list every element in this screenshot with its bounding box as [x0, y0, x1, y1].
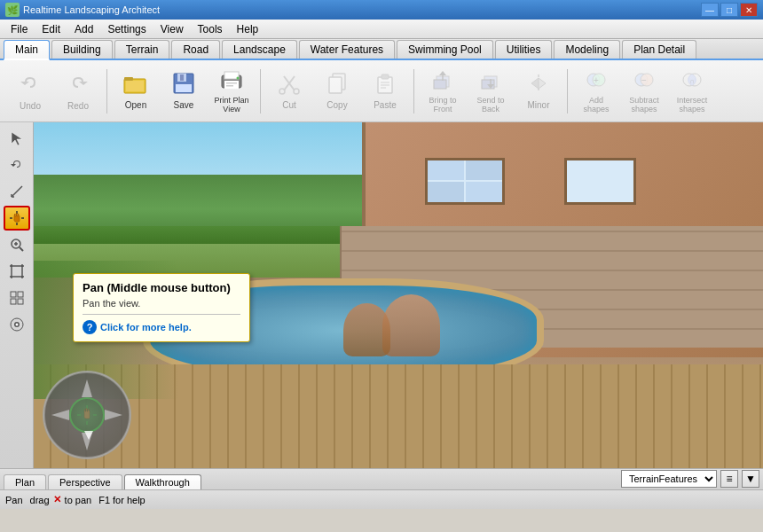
tab-main[interactable]: Main [4, 40, 50, 60]
svg-rect-20 [382, 74, 389, 79]
add-shapes-button[interactable]: + Add shapes [573, 65, 619, 118]
pan-tool[interactable] [4, 206, 30, 231]
tab-plan-detail[interactable]: Plan Detail [622, 40, 696, 59]
svg-rect-62 [18, 292, 23, 297]
viewport[interactable]: Pan (Middle mouse button) Pan the view. … [34, 122, 763, 468]
nav-compass [43, 371, 131, 459]
bring-to-front-button[interactable]: Bring to Front [420, 65, 466, 118]
paste-button[interactable]: Paste [362, 65, 408, 118]
mirror-button[interactable]: Minor [515, 65, 562, 118]
open-label: Open [125, 100, 146, 110]
menu-help[interactable]: Help [230, 21, 266, 37]
redo-icon [66, 71, 90, 99]
save-button[interactable]: Save [161, 65, 207, 118]
undo-icon [18, 71, 43, 99]
tab-landscape[interactable]: Landscape [222, 40, 297, 59]
open-button[interactable]: Open [113, 65, 159, 118]
tab-modeling[interactable]: Modeling [554, 40, 620, 59]
svg-marker-44 [12, 132, 22, 145]
house-window [425, 158, 505, 205]
menu-settings[interactable]: Settings [100, 21, 153, 37]
svg-rect-64 [18, 299, 23, 304]
svg-rect-2 [126, 81, 144, 91]
tab-bar: Main Building Terrain Road Landscape Wat… [0, 39, 763, 60]
terrain-features-dropdown[interactable]: TerrainFeatures All Features Buildings O… [621, 470, 717, 488]
house-window-2 [564, 158, 636, 205]
tab-water-features[interactable]: Water Features [299, 40, 395, 59]
tab-utilities[interactable]: Utilities [495, 40, 553, 59]
undo-button[interactable]: Undo [7, 65, 53, 118]
main-content: Pan (Middle mouse button) Pan the view. … [0, 122, 763, 468]
help-for-label: for help [113, 495, 146, 505]
send-to-back-button[interactable]: Send to Back [468, 65, 514, 118]
view-layers-button[interactable]: ≡ [720, 470, 738, 488]
plan-tab[interactable]: Plan [4, 474, 46, 489]
copy-button[interactable]: Copy [314, 65, 360, 118]
subtract-shapes-icon: − [633, 68, 656, 95]
menu-view[interactable]: View [153, 21, 191, 37]
svg-text:−: − [641, 75, 647, 85]
walkthrough-tab[interactable]: Walkthrough [124, 474, 201, 489]
grid-tool[interactable] [4, 286, 30, 310]
person-2 [343, 303, 389, 357]
menu-tools[interactable]: Tools [191, 21, 230, 37]
select-tool[interactable] [4, 126, 30, 151]
cut-icon [278, 72, 301, 98]
svg-point-12 [237, 76, 240, 79]
cursor-indicator [84, 431, 93, 440]
status-bar: Pan drag ✕ to pan F1 for help [0, 489, 763, 509]
redo-label: Redo [67, 101, 89, 111]
tab-terrain[interactable]: Terrain [114, 40, 170, 59]
menu-add[interactable]: Add [67, 21, 100, 37]
cut-label: Cut [282, 100, 296, 110]
svg-line-49 [20, 247, 23, 251]
app-icon: 🌿 [5, 3, 20, 17]
zoom-extent-tool[interactable] [4, 259, 30, 284]
measure-tool[interactable] [4, 179, 30, 204]
toolbar: Undo Redo Open Save [0, 60, 763, 122]
menu-file[interactable]: File [4, 21, 35, 37]
status-drag-instruction: drag ✕ to pan [30, 494, 92, 505]
nav-widget[interactable] [43, 371, 131, 459]
intersect-shapes-icon: ∩ [680, 68, 704, 95]
subtract-shapes-button[interactable]: − Subtract shapes [621, 65, 667, 118]
view-dropdown-button[interactable]: ▼ [742, 470, 759, 488]
zoom-tool[interactable] [4, 232, 30, 257]
tab-swimming-pool[interactable]: Swimming Pool [397, 40, 493, 59]
tab-building[interactable]: Building [51, 40, 113, 59]
maximize-button[interactable]: □ [720, 3, 738, 17]
camera-tool[interactable] [4, 312, 30, 337]
person-1 [382, 294, 440, 357]
bottom-tabs: Plan Perspective Walkthrough TerrainFeat… [0, 468, 763, 489]
svg-rect-11 [226, 85, 233, 87]
undo-side-tool[interactable] [4, 153, 30, 177]
undo-label: Undo [20, 101, 41, 111]
svg-point-67 [15, 324, 18, 326]
svg-rect-1 [124, 77, 133, 81]
tooltip-help-link[interactable]: ? Click for more help. [83, 320, 240, 334]
svg-point-15 [279, 89, 285, 94]
help-icon: ? [83, 320, 97, 334]
redo-button[interactable]: Redo [55, 65, 101, 118]
menu-edit[interactable]: Edit [35, 21, 67, 37]
add-shapes-icon: + [585, 68, 608, 95]
tab-road[interactable]: Road [171, 40, 220, 59]
intersect-shapes-button[interactable]: ∩ Intersect shapes [669, 65, 715, 118]
subtract-shapes-label: Subtract shapes [624, 97, 665, 114]
svg-rect-25 [434, 80, 446, 89]
svg-line-45 [12, 186, 22, 197]
minimize-button[interactable]: — [701, 3, 719, 17]
perspective-tab[interactable]: Perspective [48, 474, 122, 489]
mirror-label: Minor [527, 100, 549, 110]
svg-marker-34 [539, 78, 546, 89]
svg-marker-26 [439, 71, 446, 75]
separator-4 [567, 69, 568, 113]
print-plan-view-button[interactable]: Print Plan View [208, 65, 255, 118]
window-title: Realtime Landscaping Architect [23, 4, 701, 15]
cut-button[interactable]: Cut [266, 65, 312, 118]
send-back-label: Send to Back [470, 97, 511, 114]
svg-point-16 [294, 89, 299, 94]
close-button[interactable]: ✕ [740, 3, 758, 17]
send-back-icon [479, 68, 502, 95]
save-label: Save [174, 100, 194, 110]
